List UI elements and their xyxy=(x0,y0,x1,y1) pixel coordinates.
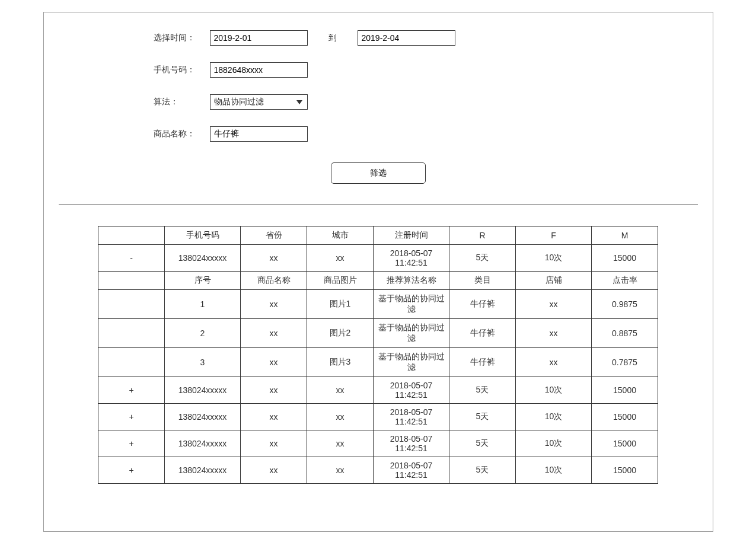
time-label: 选择时间： xyxy=(154,33,201,43)
table-cell: 138024xxxxx xyxy=(165,430,241,457)
table-cell: xx xyxy=(307,377,374,404)
table-header-detail: 序号商品名称商品图片推荐算法名称类目店铺点击率 xyxy=(98,272,658,290)
table-cell: xx xyxy=(307,430,374,457)
table-cell: xx xyxy=(241,290,307,319)
table-cell: 图片3 xyxy=(307,348,374,377)
table-cell: F xyxy=(516,226,592,245)
product-label: 商品名称： xyxy=(154,129,201,139)
table-cell: 2 xyxy=(165,319,241,348)
table-cell: 138024xxxxx xyxy=(165,404,241,430)
table-cell: xx xyxy=(241,430,307,457)
table-cell: 10次 xyxy=(516,377,592,404)
table-cell: 15000 xyxy=(592,430,658,457)
start-date-input[interactable] xyxy=(210,30,308,46)
table-cell: xx xyxy=(241,348,307,377)
divider xyxy=(59,205,698,205)
main-panel: 选择时间： 到 手机号码： 算法： 物品协同过滤 商品名称： 筛选 xyxy=(43,12,713,532)
table-cell: 图片1 xyxy=(307,290,374,319)
table-cell: 手机号码 xyxy=(165,226,241,245)
algorithm-value: 物品协同过滤 xyxy=(214,97,296,107)
table-cell: 138024xxxxx xyxy=(165,245,241,272)
detail-row: 1xx图片1基于物品的协同过滤牛仔裤xx0.9875 xyxy=(98,290,658,319)
algorithm-select[interactable]: 物品协同过滤 xyxy=(210,94,308,110)
table-cell: xx xyxy=(307,457,374,484)
table-cell: 2018-05-07 11:42:51 xyxy=(374,404,449,430)
table-cell: xx xyxy=(241,404,307,430)
product-input[interactable] xyxy=(210,126,308,142)
table-cell: 类目 xyxy=(449,272,516,290)
table-cell: 15000 xyxy=(592,377,658,404)
expand-toggle[interactable]: + xyxy=(98,430,165,457)
table-cell xyxy=(98,319,165,348)
table-cell: 5天 xyxy=(449,245,516,272)
table-cell: 15000 xyxy=(592,404,658,430)
table-cell: 图片2 xyxy=(307,319,374,348)
chevron-down-icon xyxy=(296,100,302,104)
table-cell xyxy=(98,290,165,319)
user-row-expanded: -138024xxxxxxxxx2018-05-07 11:42:515天10次… xyxy=(98,245,658,272)
table-cell: 5天 xyxy=(449,404,516,430)
table-cell: 牛仔裤 xyxy=(449,348,516,377)
algorithm-row: 算法： 物品协同过滤 xyxy=(154,94,689,110)
table-cell xyxy=(98,226,165,245)
user-row-collapsed: +138024xxxxxxxxx2018-05-07 11:42:515天10次… xyxy=(98,404,658,430)
table-cell: 省份 xyxy=(241,226,307,245)
user-row-collapsed: +138024xxxxxxxxx2018-05-07 11:42:515天10次… xyxy=(98,457,658,484)
table-cell: 10次 xyxy=(516,404,592,430)
table-cell: 5天 xyxy=(449,430,516,457)
table-cell: R xyxy=(449,226,516,245)
table-cell: xx xyxy=(241,457,307,484)
table-cell: 0.7875 xyxy=(592,348,658,377)
table-cell: 2018-05-07 11:42:51 xyxy=(374,430,449,457)
table-header-main: 手机号码省份城市注册时间RFM xyxy=(98,226,658,245)
phone-row: 手机号码： xyxy=(154,62,689,78)
table-cell: 10次 xyxy=(516,457,592,484)
table-cell: 2018-05-07 11:42:51 xyxy=(374,377,449,404)
table-cell: 牛仔裤 xyxy=(449,290,516,319)
table-cell: xx xyxy=(307,404,374,430)
expand-toggle[interactable]: - xyxy=(98,245,165,272)
table-cell: 点击率 xyxy=(592,272,658,290)
table-cell: 10次 xyxy=(516,430,592,457)
table-cell: xx xyxy=(241,245,307,272)
end-date-input[interactable] xyxy=(358,30,455,46)
user-row-collapsed: +138024xxxxxxxxx2018-05-07 11:42:515天10次… xyxy=(98,377,658,404)
table-cell: 15000 xyxy=(592,245,658,272)
table-cell xyxy=(98,348,165,377)
algorithm-label: 算法： xyxy=(154,97,201,107)
table-cell: xx xyxy=(516,290,592,319)
table-cell: 注册时间 xyxy=(374,226,449,245)
phone-input[interactable] xyxy=(210,62,308,78)
expand-toggle[interactable]: + xyxy=(98,377,165,404)
table-cell: 商品图片 xyxy=(307,272,374,290)
table-cell: 推荐算法名称 xyxy=(374,272,449,290)
table-cell: 商品名称 xyxy=(241,272,307,290)
detail-row: 3xx图片3基于物品的协同过滤牛仔裤xx0.7875 xyxy=(98,348,658,377)
expand-toggle[interactable]: + xyxy=(98,457,165,484)
table-cell: 1 xyxy=(165,290,241,319)
table-cell: 3 xyxy=(165,348,241,377)
table-cell: xx xyxy=(241,377,307,404)
time-row: 选择时间： 到 xyxy=(154,30,689,46)
filter-button[interactable]: 筛选 xyxy=(331,162,426,184)
table-cell: 店铺 xyxy=(516,272,592,290)
filter-form: 选择时间： 到 手机号码： 算法： 物品协同过滤 商品名称： xyxy=(68,30,689,142)
user-row-collapsed: +138024xxxxxxxxx2018-05-07 11:42:515天10次… xyxy=(98,430,658,457)
table-cell: 基于物品的协同过滤 xyxy=(374,319,449,348)
table-cell xyxy=(98,272,165,290)
table-cell: 10次 xyxy=(516,245,592,272)
table-cell: xx xyxy=(516,319,592,348)
filter-button-row: 筛选 xyxy=(68,162,689,184)
table-cell: 0.9875 xyxy=(592,290,658,319)
table-cell: 2018-05-07 11:42:51 xyxy=(374,457,449,484)
table-cell: xx xyxy=(307,245,374,272)
table-cell: 基于物品的协同过滤 xyxy=(374,290,449,319)
table-cell: 5天 xyxy=(449,457,516,484)
table-cell: 城市 xyxy=(307,226,374,245)
table-cell: 5天 xyxy=(449,377,516,404)
expand-toggle[interactable]: + xyxy=(98,404,165,430)
table-cell: 138024xxxxx xyxy=(165,457,241,484)
table-cell: 序号 xyxy=(165,272,241,290)
phone-label: 手机号码： xyxy=(154,65,201,75)
results-table: 手机号码省份城市注册时间RFM-138024xxxxxxxxx2018-05-0… xyxy=(98,226,658,484)
